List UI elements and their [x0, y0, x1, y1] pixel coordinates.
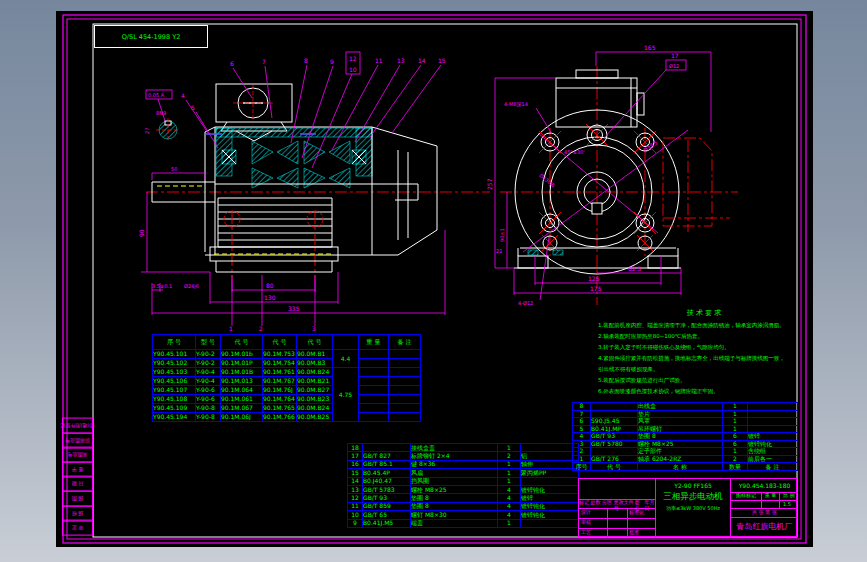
callout-9: 9 [330, 58, 334, 65]
bom-row: 2 定子部件1含绕组 [573, 448, 798, 456]
sign-approve: 批准 [629, 530, 639, 536]
phantom-terminal-box [663, 138, 730, 232]
vt-h4: 代 号 [297, 335, 333, 350]
front-view: 165 17 Ø12 257 90±1 21 62.5 125 175 4-M8… [486, 44, 738, 306]
table-row: Y90.45.102Y-90-290.1M.01P90.1M.75490.0M.… [153, 359, 421, 368]
bom-table-right: 8 出线盒1 7 垫片1 6S90.J5.45 风罩1 5B0.41J.MP 吊… [572, 402, 798, 471]
technical-notes: 技 术 要 求 1.装配前机座内腔、端盖应清理干净，配合面涂防锈油，轴承室内涂润… [598, 308, 810, 397]
bom-row: 13GB/T 5783 螺栓 M8×254镀锌钝化 [348, 485, 579, 493]
binding-edge-label: 描 校 [72, 510, 84, 516]
side-view: 6 7 8 9 12 10 11 13 14 15 4 5 1 2 3 0.05… [138, 52, 490, 332]
binding-edge-box: 描 校 [62, 506, 93, 522]
binding-edge-box: 日 期 [62, 476, 93, 492]
callout-5: 5 [191, 104, 195, 111]
dim-total-length: 335 [288, 305, 300, 312]
dim-base-length: 130 [264, 294, 276, 301]
bom-row: 11GB/T 859 垫圈 84镀锌钝化 [348, 502, 579, 510]
dim-foot-span: 80 [266, 282, 274, 289]
note-line: 6.外表面喷漆颜色按技术协议，铭牌应端正牢固。 [598, 386, 810, 397]
weight-merged-1: 4.4 [333, 350, 359, 368]
callout-15: 15 [438, 57, 446, 64]
binding-edge-label: 日 期 [72, 481, 84, 487]
drawing-info-zone: Y90.454.183-180 图样标记 重 量 比 例 1.5 共 张 第 张… [731, 479, 798, 538]
dim-shaft-dia: Ø24j6 [184, 283, 199, 290]
note-line: 1.装配前机座内腔、端盖应清理干净，配合面涂防锈油，轴承室内涂润滑脂。 [598, 320, 810, 331]
rev-h-date: 年月日 [644, 500, 656, 511]
dim-b1: 62.5 [628, 265, 642, 272]
binding-edge-box: 审 定 [62, 520, 93, 536]
sheet-count: 共 张 第 张 [731, 510, 798, 516]
dim-holes-top: 4-M8深14 [504, 101, 528, 108]
dim-angle: 45°±30' [564, 149, 585, 155]
bom-row: 9B0.41J.M5 端盖1 [348, 519, 579, 527]
callout-3: 3 [312, 325, 316, 332]
table-row: Y90.45.108Y-90-690.1M.06190.1M.76490.0M.… [153, 395, 421, 404]
binding-edge-box: 底图总号 [62, 447, 93, 463]
product-spec: 功率≤3kW 380V 50Hz [656, 505, 730, 511]
binding-edge-label: 审 定 [72, 525, 84, 531]
binding-edge-label: 借(通)用件登记 [61, 423, 95, 429]
revision-zone: 标记 处数 分区 更改文件号 签名 年月日 设计 审核 工艺 标准化 批准 [579, 479, 656, 538]
note-line: 2.轴承装配时应加热至80~100℃后热套。 [598, 331, 810, 342]
col-scale-label: 比 例 [780, 493, 798, 499]
callout-6: 6 [230, 60, 234, 67]
dim-top: 165 [644, 44, 656, 51]
callout-17: 17 [671, 52, 679, 59]
binding-edge-box: 旧底图总号 [62, 433, 93, 449]
table-row: Y90.45.103Y-90-490.1M.01B90.1M.76190.0M.… [153, 368, 421, 377]
motor-housing-section [152, 127, 437, 280]
notes-title: 技 术 要 求 [598, 308, 810, 318]
binding-edge-label: 底图总号 [68, 452, 88, 458]
sign-check: 审核 [581, 520, 591, 526]
table-row: Y90.45.101Y-90-290.1M.01b90.1M.75390.0M.… [153, 350, 421, 359]
binding-edge-strip: 借(通)用件登记 旧底图总号 底图总号 签 字 日 期 描 图 描 校 [62, 419, 93, 537]
bom-header-row: 序号代 号 名 称数量 备 注 [573, 463, 798, 471]
terminal-box-front [556, 70, 644, 127]
bom-row: 12GB/T 93 垫圈 84镀锌 [348, 494, 579, 502]
bom-row: 4GB/T 93 垫圈 86镀锌 [573, 433, 798, 441]
dim-holes-bottom: 4-Ø12 [518, 300, 533, 306]
note-line: 5.装配后按试验规范进行出厂试验。 [598, 375, 810, 386]
table-row: Y90.45.194Y-90-890.1M.06J90.1M.76690.0M.… [153, 413, 421, 422]
vt-h5 [333, 335, 359, 350]
bom-row: 18 接线盒盖1 [348, 444, 579, 452]
dim-shaft-length: 50 [171, 166, 177, 172]
sign-process: 工艺 [581, 530, 591, 536]
weight-merged-2: 4.75 [333, 368, 359, 422]
bom-row: 3GB/T 5780 螺栓 M8×256镀锌钝化 [573, 440, 798, 448]
callout-2: 2 [259, 325, 263, 332]
tolerance-frame: 0.05 A [148, 92, 165, 98]
rev-h-count: 处数 [591, 500, 603, 511]
vt-h3: 代 号 [263, 335, 297, 350]
shaft-keyway [592, 203, 602, 214]
callout-11: 11 [375, 57, 383, 64]
dim-key-width: 8N9 [156, 110, 166, 116]
callout-8: 8 [304, 57, 308, 64]
bom-row: 17GB/T 827 标牌铆钉 2×42铝 [348, 452, 579, 460]
binding-edge-label: 旧底图总号 [65, 437, 90, 443]
binding-edge-box: 描 图 [62, 491, 93, 507]
sign-design: 设计 [581, 510, 591, 516]
callout-7: 7 [262, 58, 266, 65]
bom-row: 1GB/T 276 轴承 6204-2RZ2前后各一 [573, 455, 798, 463]
table-row: Y90.45.107Y-90-690.1M.06490.1M.76J90.0M.… [153, 386, 421, 395]
col-mark-label: 图样标记 [731, 493, 762, 499]
bom-row: 6S90.J5.45 风罩1 [573, 418, 798, 426]
callout-12: 12 [349, 55, 357, 62]
callout-numbers: 6 7 8 9 12 10 11 13 14 15 4 5 1 2 3 0.05… [148, 55, 446, 332]
keyway-section-detail [156, 118, 180, 142]
bom-row: 7 垫片1 [573, 410, 798, 418]
bom-row: 10GB/T 65 螺钉 M8×304镀锌钝化 [348, 511, 579, 519]
binding-edge-label: 签 字 [72, 467, 84, 473]
sign-standard: 标准化 [629, 510, 644, 516]
binding-edge-label: 描 图 [72, 496, 84, 502]
product-name: 三相异步电动机 [656, 491, 730, 503]
bom-row: 8 出线盒1 [573, 403, 798, 411]
bom-row: 16GB/T 85.1 键 8×361轴伸 [348, 460, 579, 468]
callout-13: 13 [397, 57, 405, 64]
callout-4: 4 [181, 92, 185, 99]
note-line: 3.转子装入定子时不得碰伤铁心及绕组，气隙应均匀。 [598, 342, 810, 353]
binding-edge-box: 借(通)用件登记 [62, 418, 93, 434]
bom-table-left: 18 接线盒盖1 17GB/T 827 标牌铆钉 2×42铝 16GB/T 85… [347, 443, 579, 528]
table-row: Y90.45.106Y-90-490.1M.01390.1M.76790.0M.… [153, 377, 421, 386]
